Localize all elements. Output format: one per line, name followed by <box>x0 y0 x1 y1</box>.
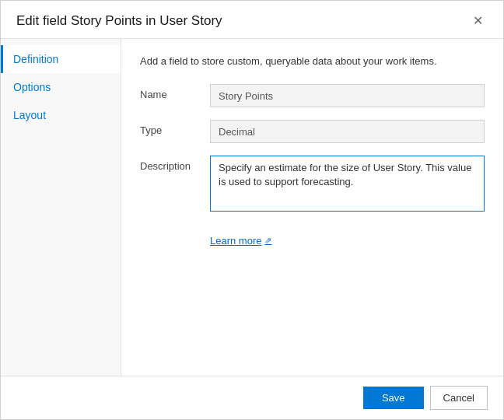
learn-more-row: Learn more ⇗ <box>140 233 485 247</box>
edit-field-dialog: Edit field Story Points in User Story ✕ … <box>0 0 504 420</box>
learn-more-text: Learn more <box>210 235 261 247</box>
type-input[interactable] <box>210 120 485 143</box>
dialog-body: Definition Options Layout Add a field to… <box>1 39 503 376</box>
save-button[interactable]: Save <box>363 387 424 409</box>
sidebar-item-options-label: Options <box>13 81 51 93</box>
intro-description: Add a field to store custom, queryable d… <box>140 54 485 68</box>
sidebar-item-definition[interactable]: Definition <box>1 45 121 73</box>
dialog-title: Edit field Story Points in User Story <box>16 13 222 29</box>
close-button[interactable]: ✕ <box>468 13 488 29</box>
description-label: Description <box>140 156 210 172</box>
type-label: Type <box>140 120 210 136</box>
name-input[interactable] <box>210 84 485 107</box>
type-row: Type <box>140 120 485 143</box>
learn-more-link[interactable]: Learn more ⇗ <box>210 235 271 247</box>
name-row: Name <box>140 84 485 107</box>
sidebar-item-layout-label: Layout <box>13 109 46 121</box>
description-row: Description <box>140 156 485 212</box>
cancel-button[interactable]: Cancel <box>430 386 488 410</box>
dialog-header: Edit field Story Points in User Story ✕ <box>1 1 503 39</box>
dialog-footer: Save Cancel <box>1 376 503 419</box>
sidebar-item-options[interactable]: Options <box>1 73 121 101</box>
sidebar-item-definition-label: Definition <box>13 53 58 65</box>
description-textarea[interactable] <box>210 156 485 212</box>
main-content: Add a field to store custom, queryable d… <box>121 39 503 376</box>
name-label: Name <box>140 84 210 100</box>
sidebar: Definition Options Layout <box>1 39 121 376</box>
external-link-icon: ⇗ <box>264 236 271 246</box>
sidebar-item-layout[interactable]: Layout <box>1 101 121 129</box>
